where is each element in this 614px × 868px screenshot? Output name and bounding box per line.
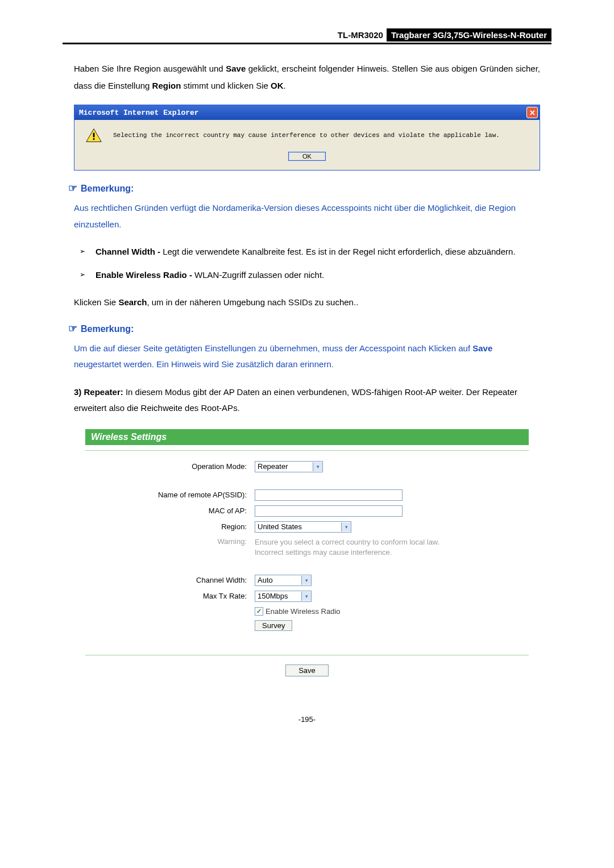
model-description: Tragbarer 3G/3,75G-Wireless-N-Router: [387, 28, 551, 41]
bullet-list: Channel Width - Legt die verwendete Kana…: [80, 244, 540, 283]
label-mac-of-ap: MAC of AP:: [99, 506, 255, 515]
note-heading-1: ☞Bemerkung:: [68, 182, 540, 194]
label-max-tx-rate: Max Tx Rate:: [99, 592, 255, 600]
checkbox-icon: ✓: [255, 607, 263, 616]
label-warning: Warning:: [99, 537, 255, 546]
max-tx-rate-select[interactable]: 150Mbps▾: [255, 591, 312, 602]
label-operation-mode: Operation Mode:: [99, 462, 255, 471]
dialog-titlebar: Microsoft Internet Explorer ✕: [74, 105, 540, 120]
note-heading-2: ☞Bemerkung:: [68, 322, 540, 335]
enable-wireless-radio-checkbox[interactable]: ✓ Enable Wireless Radio: [255, 607, 341, 616]
note-body-1: Aus rechtlichen Gründen verfügt die Nord…: [74, 200, 540, 232]
list-item: Enable Wireless Radio - WLAN-Zugriff zul…: [80, 267, 540, 284]
list-item: Channel Width - Legt die verwendete Kana…: [80, 244, 540, 260]
survey-button[interactable]: Survey: [255, 620, 292, 631]
numbered-item-3: 3) Repeater: In diesem Modus gibt der AP…: [74, 384, 540, 417]
chevron-down-icon: ▾: [341, 522, 351, 531]
svg-rect-2: [93, 138, 95, 140]
label-channel-width: Channel Width:: [99, 576, 255, 584]
wireless-settings-panel: Wireless Settings Operation Mode: Repeat…: [85, 429, 529, 683]
model-number: TL-MR3020: [334, 28, 387, 41]
search-paragraph: Klicken Sie Search, um in der näheren Um…: [74, 294, 540, 311]
close-icon[interactable]: ✕: [526, 107, 538, 118]
hand-icon: ☞: [68, 182, 77, 194]
operation-mode-select[interactable]: Repeater▾: [255, 461, 323, 472]
dialog-title: Microsoft Internet Explorer: [79, 109, 199, 117]
label-region: Region:: [99, 522, 255, 531]
save-button[interactable]: Save: [285, 665, 329, 676]
ok-button[interactable]: OK: [288, 152, 326, 161]
mac-of-ap-input[interactable]: [255, 505, 403, 517]
chevron-down-icon: ▾: [313, 462, 322, 471]
region-select[interactable]: United States▾: [255, 521, 351, 533]
wireless-settings-title: Wireless Settings: [85, 429, 529, 447]
page-number: -195-: [63, 715, 551, 724]
note-body-2: Um die auf dieser Seite getätigten Einst…: [74, 340, 540, 373]
svg-rect-1: [93, 133, 95, 138]
channel-width-select[interactable]: Auto▾: [255, 575, 312, 586]
hand-icon: ☞: [68, 323, 77, 334]
dialog-message: Selecting the incorrect country may caus…: [113, 132, 500, 139]
remote-ssid-input[interactable]: [255, 489, 403, 501]
chevron-down-icon: ▾: [301, 592, 311, 601]
page-header: TL-MR3020Tragbarer 3G/3,75G-Wireless-N-R…: [63, 28, 551, 44]
ie-dialog: Microsoft Internet Explorer ✕ Selecting …: [74, 105, 540, 171]
intro-paragraph: Haben Sie Ihre Region ausgewählt und Sav…: [74, 60, 540, 94]
warning-text: Ensure you select a correct country to c…: [255, 537, 515, 558]
chevron-down-icon: ▾: [301, 576, 311, 585]
label-remote-ssid: Name of remote AP(SSID):: [99, 491, 255, 499]
warning-icon: [86, 128, 102, 143]
